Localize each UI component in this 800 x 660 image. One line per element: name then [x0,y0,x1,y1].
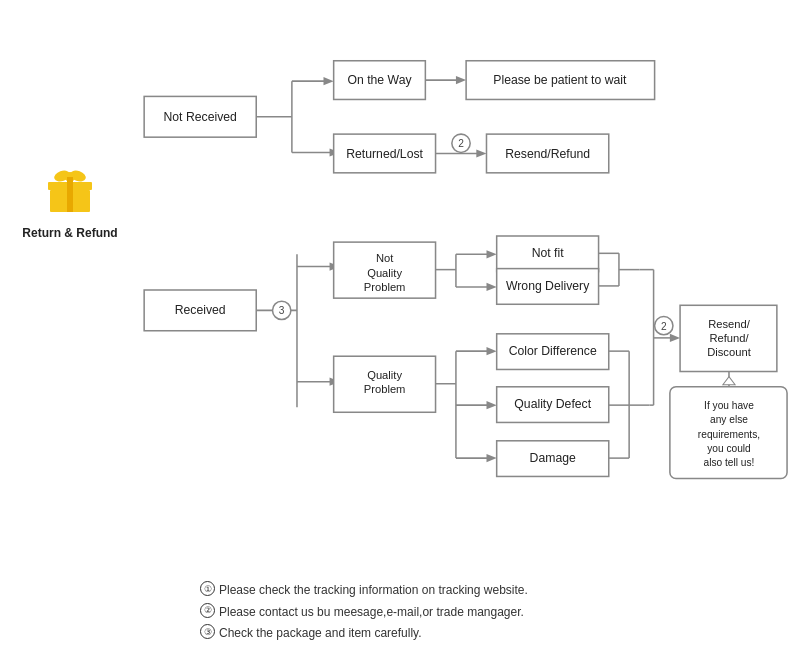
diagram-svg: Not Received 1 On the Way Pl [130,20,790,560]
svg-text:Not: Not [376,252,394,264]
note-2-text: Please contact us bu meesage,e-mail,or t… [219,602,524,624]
svg-text:requirements,: requirements, [698,429,760,440]
main-container: Return & Refund Not Received 1 [0,0,800,660]
svg-text:you could: you could [707,443,751,454]
note-3: ③ Check the package and item carefully. [200,623,780,645]
svg-marker-17 [456,76,466,84]
svg-marker-68 [486,454,496,462]
svg-text:3: 3 [279,305,285,316]
svg-marker-60 [486,347,496,355]
svg-text:Refund/: Refund/ [709,332,749,344]
svg-marker-64 [486,401,496,409]
svg-text:Wrong Delivery: Wrong Delivery [506,279,590,293]
svg-text:Damage: Damage [530,451,576,465]
svg-marker-11 [323,77,333,85]
svg-text:Quality: Quality [367,369,402,381]
svg-text:Please be patient to wait: Please be patient to wait [493,73,627,87]
svg-text:If you have: If you have [704,400,754,411]
svg-text:Problem: Problem [364,383,406,395]
svg-text:On the Way: On the Way [347,73,412,87]
svg-text:2: 2 [661,321,667,332]
icon-label: Return & Refund [22,226,117,240]
svg-text:Not fit: Not fit [532,246,565,260]
diagram: Not Received 1 On the Way Pl [130,20,790,560]
svg-marker-25 [476,149,486,157]
svg-text:Resend/: Resend/ [708,318,751,330]
svg-rect-6 [67,182,73,190]
note-2-num: ② [200,603,215,618]
note-1-text: Please check the tracking information on… [219,580,528,602]
note-1-num: ① [200,581,215,596]
svg-text:Resend/Refund: Resend/Refund [505,147,590,161]
svg-marker-84 [670,334,680,342]
gift-icon [40,160,100,220]
svg-text:Quality: Quality [367,267,402,279]
svg-text:Returned/Lost: Returned/Lost [346,147,423,161]
note-3-num: ③ [200,624,215,639]
svg-text:Problem: Problem [364,281,406,293]
note-3-text: Check the package and item carefully. [219,623,422,645]
svg-text:Discount: Discount [707,346,751,358]
svg-marker-49 [486,283,496,291]
svg-text:Color Difference: Color Difference [509,344,597,358]
svg-text:2: 2 [458,138,464,149]
svg-text:Received: Received [175,303,226,317]
svg-text:any else: any else [710,414,748,425]
svg-rect-7 [67,190,73,212]
svg-text:Quality Defect: Quality Defect [514,397,591,411]
not-received-text-svg: Not Received [164,110,238,124]
note-1: ① Please check the tracking information … [200,580,780,602]
note-2: ② Please contact us bu meesage,e-mail,or… [200,602,780,624]
footer-notes: ① Please check the tracking information … [200,580,780,645]
svg-marker-98 [723,377,735,385]
svg-marker-45 [486,250,496,258]
svg-text:also tell us!: also tell us! [704,457,755,468]
icon-area: Return & Refund [20,160,120,240]
